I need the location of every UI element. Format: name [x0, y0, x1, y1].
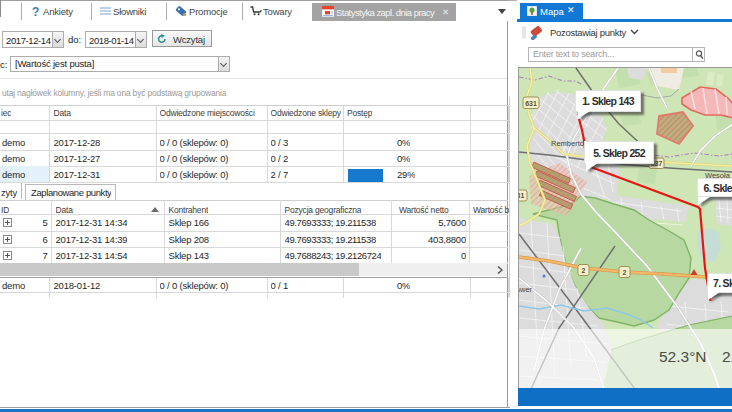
svg-text:52.3°N: 52.3°N: [659, 348, 707, 365]
svg-text:Wawer: Wawer: [519, 285, 533, 294]
svg-text:21: 21: [722, 348, 732, 365]
svg-text:2: 2: [623, 269, 627, 276]
svg-text:31: 31: [519, 192, 524, 199]
svg-text:631: 631: [525, 100, 537, 107]
svg-text:2: 2: [582, 267, 586, 274]
